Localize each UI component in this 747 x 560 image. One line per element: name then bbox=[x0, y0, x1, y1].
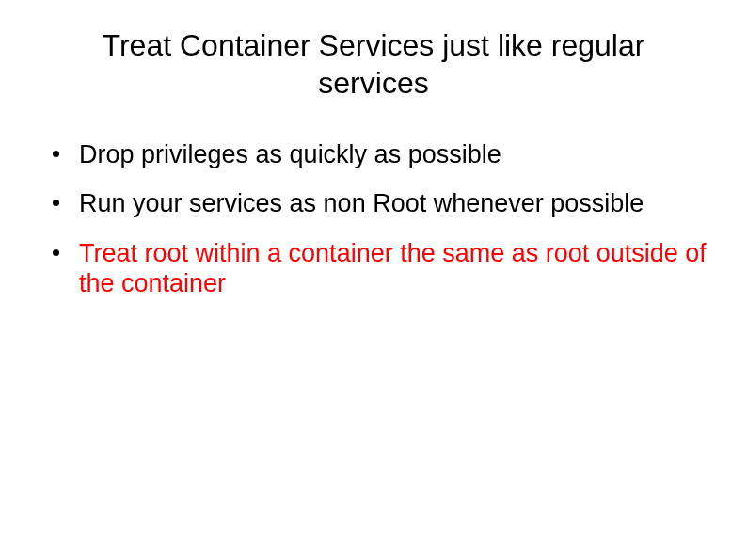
bullet-item: Run your services as non Root whenever p… bbox=[47, 188, 709, 218]
bullet-list: Drop privileges as quickly as possible R… bbox=[38, 139, 709, 299]
bullet-item: Drop privileges as quickly as possible bbox=[47, 139, 709, 169]
bullet-item: Treat root within a container the same a… bbox=[47, 238, 709, 299]
slide-title: Treat Container Services just like regul… bbox=[91, 26, 656, 102]
